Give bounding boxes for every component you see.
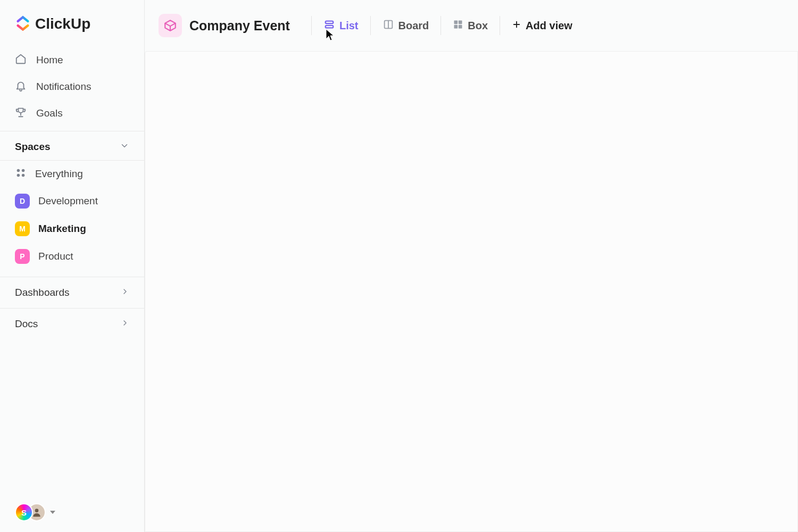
bell-icon [15,80,27,94]
space-badge-icon: D [15,194,30,209]
tab-box[interactable]: Box [451,16,490,36]
sidebar-item-goals[interactable]: Goals [0,100,144,127]
add-view-button[interactable]: Add view [510,16,575,35]
home-icon [15,53,27,67]
divider [440,16,441,35]
svg-point-3 [22,174,25,177]
sidebar-space-development[interactable]: D Development [0,187,144,215]
sidebar-space-product[interactable]: P Product [0,243,144,270]
main: Company Event List Board Box [145,0,798,532]
grid-dots-icon [15,167,27,181]
brand-logo[interactable]: ClickUp [0,11,144,47]
sidebar: ClickUp Home Notifications Goals Spaces [0,0,145,532]
sidebar-item-home[interactable]: Home [0,47,144,73]
svg-point-2 [17,174,20,177]
content-canvas [145,51,798,532]
svg-point-1 [22,169,25,172]
space-label: Everything [35,168,83,180]
sidebar-space-everything[interactable]: Everything [0,161,144,187]
sidebar-item-label: Notifications [36,81,92,93]
caret-down-icon [50,511,55,514]
chevron-down-icon [120,141,129,153]
svg-point-0 [17,169,20,172]
spaces-header-label: Spaces [15,141,51,153]
sidebar-item-label: Home [36,54,63,66]
brand-text: ClickUp [35,15,90,32]
plus-icon [512,20,521,32]
dashboards-label: Dashboards [15,287,69,298]
divider [311,16,312,35]
space-badge-icon: P [15,249,30,264]
space-badge-icon: M [15,221,30,236]
sidebar-section-dashboards[interactable]: Dashboards [0,277,144,308]
space-label: Development [38,195,98,207]
sidebar-section-docs[interactable]: Docs [0,308,144,339]
divider [370,16,371,35]
svg-rect-9 [454,20,458,24]
svg-rect-12 [459,24,462,28]
spaces-header[interactable]: Spaces [0,131,144,161]
sidebar-space-marketing[interactable]: M Marketing [0,215,144,243]
svg-rect-5 [326,21,334,23]
tab-board[interactable]: Board [380,15,431,36]
project-chip[interactable]: Company Event [159,14,302,37]
svg-rect-11 [454,24,458,28]
add-view-label: Add view [526,20,572,32]
primary-nav: Home Notifications Goals [0,47,144,131]
divider [500,16,500,35]
sidebar-item-notifications[interactable]: Notifications [0,73,144,100]
topbar: Company Event List Board Box [145,0,798,51]
space-label: Product [38,251,73,262]
box-grid-icon [453,19,463,32]
svg-point-4 [35,509,39,512]
svg-rect-10 [459,20,462,24]
tab-label: Board [398,20,429,32]
project-icon [159,14,182,37]
clickup-logo-icon [15,15,31,33]
workspace-avatar-icon: S [15,503,33,521]
trophy-icon [15,106,27,120]
sidebar-item-label: Goals [36,107,63,119]
workspace-switcher[interactable]: S [15,503,55,521]
list-icon [323,19,335,33]
chevron-right-icon [121,287,129,298]
board-icon [383,19,394,33]
project-title: Company Event [189,18,290,34]
space-label: Marketing [38,223,86,235]
chevron-right-icon [121,319,129,329]
svg-rect-6 [326,25,334,28]
tab-label: List [339,20,359,32]
avatar-stack: S [15,503,46,521]
docs-label: Docs [15,318,38,330]
tab-list[interactable]: List [321,15,361,36]
tab-label: Box [468,20,488,32]
